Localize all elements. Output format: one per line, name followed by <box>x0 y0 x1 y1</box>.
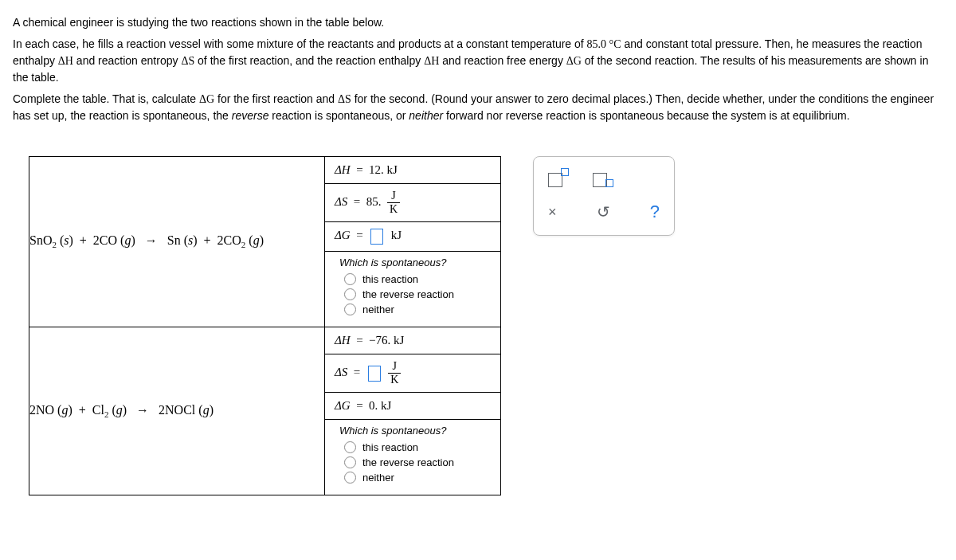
problem-statement: A chemical engineer is studying the two … <box>13 14 943 124</box>
subscript-tool[interactable] <box>593 168 613 187</box>
rxn2-dH: ΔH = −76. kJ <box>325 327 500 354</box>
reaction-2-equation: 2NO (g) + Cl2 (g) → 2NOCl (g) <box>29 327 325 495</box>
clear-tool[interactable]: × <box>548 204 557 221</box>
superscript-tool[interactable] <box>548 168 569 187</box>
rxn2-opt-neither[interactable] <box>344 472 356 484</box>
help-tool[interactable]: ? <box>650 202 660 222</box>
rxn1-opt-reverse[interactable] <box>344 288 356 300</box>
rxn2-dG: ΔG = 0. kJ <box>325 393 500 420</box>
rxn1-dG: ΔG = kJ <box>325 222 500 252</box>
reactions-table: SnO2 (s) + 2CO (g) → Sn (s) + 2CO2 (g) Δ… <box>29 156 501 495</box>
rxn1-dG-input[interactable] <box>370 229 383 245</box>
rxn1-dH: ΔH = 12. kJ <box>325 157 500 184</box>
para-3: Complete the table. That is, calculate Δ… <box>13 91 943 124</box>
rxn1-opt-neither[interactable] <box>344 303 356 315</box>
answer-toolbar: × ↺ ? <box>533 156 675 236</box>
rxn2-formula: 2NO (g) + Cl2 (g) → 2NOCl (g) <box>29 403 214 417</box>
rxn2-spontaneous: Which is spontaneous? this reaction the … <box>325 420 500 495</box>
para-2: In each case, he fills a reaction vessel… <box>13 36 943 86</box>
rxn2-dS-input[interactable] <box>368 366 381 382</box>
rxn1-dS: ΔS = 85. JK <box>325 184 500 222</box>
rxn2-opt-reverse[interactable] <box>344 456 356 468</box>
rxn2-opt-this[interactable] <box>344 441 356 453</box>
rxn1-opt-this[interactable] <box>344 273 356 285</box>
rxn2-dS: ΔS = JK <box>325 354 500 393</box>
rxn1-spontaneous: Which is spontaneous? this reaction the … <box>325 252 500 327</box>
para-1: A chemical engineer is studying the two … <box>13 14 943 31</box>
reaction-1-equation: SnO2 (s) + 2CO (g) → Sn (s) + 2CO2 (g) <box>29 157 325 327</box>
reset-tool[interactable]: ↺ <box>597 202 610 221</box>
rxn1-formula: SnO2 (s) + 2CO (g) → Sn (s) + 2CO2 (g) <box>29 233 264 247</box>
